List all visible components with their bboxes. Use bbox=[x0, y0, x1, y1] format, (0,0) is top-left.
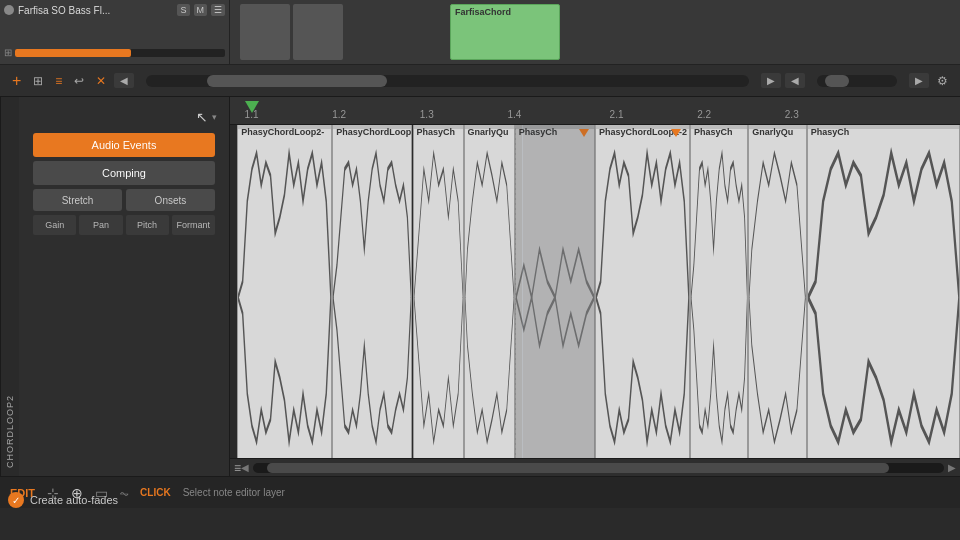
clip-label-5: PhasyCh bbox=[519, 127, 558, 137]
ruler-1-4: 1.4 bbox=[507, 109, 521, 120]
cursor-area: ↖ ▾ bbox=[23, 105, 225, 129]
track-label-vertical: CHORDLOOP2 bbox=[0, 97, 19, 476]
ruler-1-1: 1.1 bbox=[245, 109, 259, 120]
layers-button[interactable]: ≡ bbox=[51, 72, 66, 90]
farfisa-chord-clip[interactable]: FarfisaChord bbox=[450, 4, 560, 60]
waveform-svg-5 bbox=[516, 137, 594, 458]
audio-clip-1[interactable]: PhasyChordLoop2- bbox=[237, 125, 332, 458]
track-color-dot bbox=[4, 5, 14, 15]
ruler-1-3: 1.3 bbox=[420, 109, 434, 120]
orange-marker-5 bbox=[579, 129, 589, 137]
clip-label-2: PhasyChordLoop2- bbox=[336, 127, 412, 137]
clip-label-3: PhasyCh bbox=[417, 127, 456, 137]
gain-button[interactable]: Gain bbox=[33, 215, 76, 235]
audio-clip-7[interactable]: PhasyCh bbox=[690, 125, 748, 458]
pitch-button[interactable]: Pitch bbox=[126, 215, 169, 235]
pan-button[interactable]: Pan bbox=[79, 215, 122, 235]
volume-bar[interactable] bbox=[15, 49, 225, 57]
waveform-container[interactable]: PhasyChordLoop2- PhasyChordLoop2- bbox=[230, 125, 960, 458]
status-bar: EDIT ⊹ ⊕ ▭ ⏦ CLICK Select note editor la… bbox=[0, 476, 960, 508]
audio-clip-4[interactable]: GnarlyQu bbox=[464, 125, 515, 458]
clip-label-8: GnarlyQu bbox=[752, 127, 793, 137]
clip-label-9: PhasyCh bbox=[811, 127, 850, 137]
click-label: CLICK bbox=[140, 487, 171, 498]
ruler-2-3: 2.3 bbox=[785, 109, 799, 120]
clip-label-4: GnarlyQu bbox=[468, 127, 509, 137]
audio-clip-2[interactable]: PhasyChordLoop2- bbox=[332, 125, 412, 458]
waveform-svg-6 bbox=[596, 137, 689, 458]
waveform-svg-9 bbox=[808, 137, 959, 458]
horizontal-scrollbar[interactable] bbox=[253, 463, 944, 473]
waveform-svg-8 bbox=[749, 137, 805, 458]
timeline-area: 1.1 1.2 1.3 1.4 2.1 2.2 2.3 PhasyChordLo… bbox=[230, 97, 960, 476]
stretch-button[interactable]: Stretch bbox=[33, 189, 122, 211]
editor-area: CHORDLOOP2 ↖ ▾ Audio Events Comping Stre… bbox=[0, 97, 960, 476]
undo-button[interactable]: ↩ bbox=[70, 72, 88, 90]
menu-button[interactable]: ☰ bbox=[211, 4, 225, 16]
auto-fades-label: Create auto-fades bbox=[30, 494, 118, 506]
layer-icon: ≡ bbox=[234, 461, 241, 475]
audio-clip-6[interactable]: PhasyChordLoop2-2 bbox=[595, 125, 690, 458]
scroll-right-h[interactable]: ▶ bbox=[948, 462, 956, 473]
formant-button[interactable]: Formant bbox=[172, 215, 215, 235]
timeline-ruler: 1.1 1.2 1.3 1.4 2.1 2.2 2.3 bbox=[230, 97, 960, 125]
bottom-scrollbar-row: ≡ ◀ ▶ bbox=[230, 458, 960, 476]
green-clip-label: FarfisaChord bbox=[455, 7, 511, 17]
gain-pan-pitch-formant-row: Gain Pan Pitch Formant bbox=[33, 215, 215, 235]
grid-button[interactable]: ⊞ bbox=[29, 72, 47, 90]
top-track-content: FarfisaChord bbox=[230, 0, 960, 64]
volume-fill bbox=[15, 49, 131, 57]
top-scrollbar[interactable] bbox=[146, 75, 749, 87]
audio-clip-3[interactable]: PhasyCh bbox=[413, 125, 464, 458]
add-button[interactable]: + bbox=[8, 70, 25, 92]
eq-tool-icon[interactable]: ⏦ bbox=[120, 485, 128, 501]
left-controls: ↖ ▾ Audio Events Comping Stretch Onsets … bbox=[19, 97, 229, 476]
clip-label-7: PhasyCh bbox=[694, 127, 733, 137]
waveform-svg-4 bbox=[465, 137, 514, 458]
waveform-svg-2 bbox=[333, 137, 411, 458]
onsets-button[interactable]: Onsets bbox=[126, 189, 215, 211]
orange-marker-6 bbox=[671, 129, 681, 137]
audio-clip-5[interactable]: PhasyCh bbox=[515, 125, 595, 458]
zoom-in-button[interactable]: ▶ bbox=[909, 73, 929, 88]
cursor-icon: ↖ bbox=[196, 109, 208, 125]
settings-button[interactable]: ⚙ bbox=[933, 72, 952, 90]
auto-fades-row[interactable]: ✓ Create auto-fades bbox=[8, 492, 118, 508]
audio-events-button[interactable]: Audio Events bbox=[33, 133, 215, 157]
click-description: Select note editor layer bbox=[183, 487, 285, 498]
zoom-scrollbar[interactable] bbox=[817, 75, 897, 87]
horizontal-scrollbar-thumb bbox=[267, 463, 889, 473]
ruler-1-2: 1.2 bbox=[332, 109, 346, 120]
top-scrollbar-thumb bbox=[207, 75, 388, 87]
waveform-svg-1 bbox=[238, 137, 331, 458]
track-name: Farfisa SO Bass Fl... bbox=[18, 5, 173, 16]
left-panel: CHORDLOOP2 ↖ ▾ Audio Events Comping Stre… bbox=[0, 97, 230, 476]
zoom-out-button[interactable]: ◀ bbox=[785, 73, 805, 88]
ruler-2-2: 2.2 bbox=[697, 109, 711, 120]
auto-fades-check: ✓ bbox=[8, 492, 24, 508]
audio-clip-9[interactable]: PhasyCh bbox=[807, 125, 960, 458]
zoom-scrollbar-thumb bbox=[825, 75, 849, 87]
waveform-svg-7 bbox=[691, 137, 747, 458]
close-button[interactable]: ✕ bbox=[92, 72, 110, 90]
track-controls-row: ⊞ bbox=[4, 45, 225, 60]
scroll-left-button[interactable]: ◀ bbox=[114, 73, 134, 88]
ruler-2-1: 2.1 bbox=[610, 109, 624, 120]
track-name-row: Farfisa SO Bass Fl... S M ☰ bbox=[4, 4, 225, 16]
toolbar-row: + ⊞ ≡ ↩ ✕ ◀ ▶ ◀ ▶ ⚙ bbox=[0, 65, 960, 97]
waveform-svg-3 bbox=[414, 137, 463, 458]
mute-button[interactable]: M bbox=[194, 4, 208, 16]
audio-clip-8[interactable]: GnarlyQu bbox=[748, 125, 806, 458]
comping-button[interactable]: Comping bbox=[33, 161, 215, 185]
dark-clip-1 bbox=[240, 4, 290, 60]
solo-button[interactable]: S bbox=[177, 4, 189, 16]
scroll-left-h[interactable]: ◀ bbox=[241, 462, 249, 473]
top-track-area: Farfisa SO Bass Fl... S M ☰ ⊞ FarfisaCho… bbox=[0, 0, 960, 65]
scroll-right-button[interactable]: ▶ bbox=[761, 73, 781, 88]
top-track-header: Farfisa SO Bass Fl... S M ☰ ⊞ bbox=[0, 0, 230, 64]
stretch-onsets-row: Stretch Onsets bbox=[33, 189, 215, 211]
clip-label-1: PhasyChordLoop2- bbox=[241, 127, 324, 137]
dark-clip-2 bbox=[293, 4, 343, 60]
